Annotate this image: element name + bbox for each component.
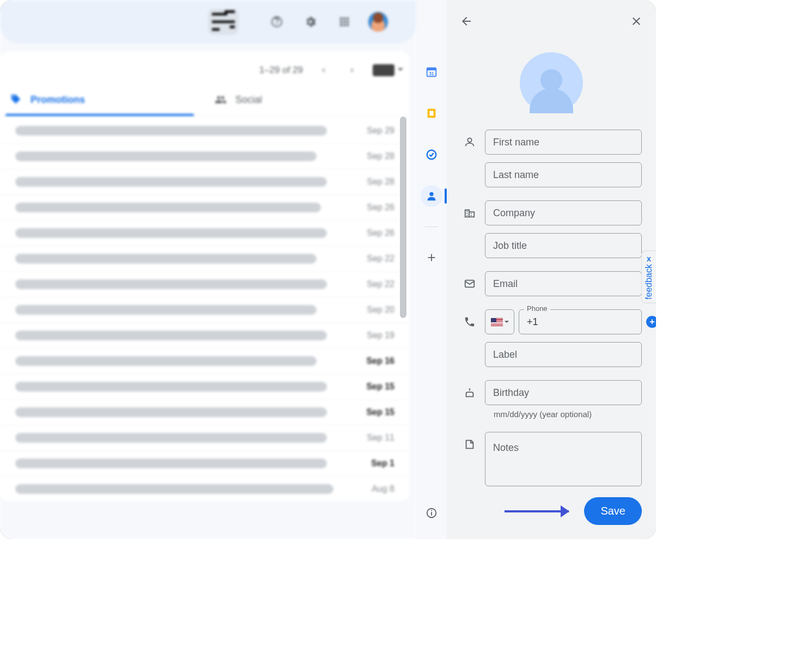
rail-info[interactable] [421, 502, 442, 524]
message-row[interactable]: Sep 15 [0, 400, 410, 425]
inbox-card: 1–29 of 29 Promotions Social Sep 29Sep 2… [0, 51, 410, 502]
rail-keep[interactable] [421, 102, 442, 124]
message-date: Sep 29 [356, 126, 394, 136]
svg-rect-9 [431, 510, 432, 511]
panel-footer: Save [447, 486, 656, 539]
message-date: Sep 15 [355, 407, 394, 417]
save-button[interactable]: Save [584, 497, 642, 525]
apps-button[interactable] [333, 11, 355, 33]
tag-icon [10, 94, 22, 106]
message-date: Sep 28 [356, 151, 394, 161]
message-row[interactable]: Sep 26 [0, 221, 410, 246]
contact-photo-placeholder[interactable] [520, 52, 583, 113]
message-preview-bar [15, 356, 317, 366]
contact-form: Phone + mm/dd/yyyy (year optional) [461, 130, 642, 486]
feedback-button[interactable]: feedback [644, 264, 654, 300]
rail-separator [425, 227, 438, 227]
message-row[interactable]: Aug 8 [0, 476, 410, 502]
scrollbar-thumb[interactable] [400, 117, 406, 318]
message-preview-bar [15, 279, 327, 289]
feedback-close[interactable]: x [647, 254, 651, 263]
help-button[interactable] [266, 11, 288, 33]
rail-tasks[interactable] [421, 144, 442, 166]
phone-label: Phone [524, 304, 550, 313]
settings-button[interactable] [300, 11, 321, 33]
message-date: Sep 26 [356, 203, 394, 212]
message-preview-bar [15, 203, 321, 212]
birthday-field[interactable] [485, 380, 642, 405]
message-preview-bar [15, 331, 327, 340]
message-row[interactable]: Sep 22 [0, 246, 410, 272]
message-date: Sep 1 [360, 459, 394, 468]
inbox-pane: 1–29 of 29 Promotions Social Sep 29Sep 2… [0, 0, 416, 539]
message-preview-bar [15, 484, 333, 494]
side-panel-rail: 31 [416, 0, 447, 539]
pager-text: 1–29 of 29 [259, 65, 303, 76]
add-phone-button[interactable]: + [646, 316, 656, 328]
notes-field[interactable] [485, 432, 642, 486]
message-row[interactable]: Sep 19 [0, 323, 410, 349]
tab-label: Social [235, 94, 262, 106]
contact-panel: Phone + mm/dd/yyyy (year optional) Save [447, 0, 656, 539]
gear-icon [304, 15, 317, 28]
tab-promotions[interactable]: Promotions [0, 84, 205, 115]
people-icon [215, 94, 227, 106]
phone-label-field[interactable] [485, 342, 642, 367]
message-preview-bar [15, 151, 317, 161]
message-row[interactable]: Sep 26 [0, 195, 410, 221]
last-name-field[interactable] [485, 162, 642, 187]
message-row[interactable]: Sep 29 [0, 118, 410, 144]
country-code-select[interactable] [485, 309, 514, 334]
message-row[interactable]: Sep 20 [0, 297, 410, 323]
tab-social[interactable]: Social [205, 84, 410, 115]
birthday-hint: mm/dd/yyyy (year optional) [494, 410, 642, 419]
svg-rect-1 [427, 68, 436, 71]
back-button[interactable] [455, 10, 477, 32]
contacts-icon [426, 190, 438, 202]
first-name-field[interactable] [485, 130, 642, 155]
panel-header [447, 0, 656, 42]
input-mode-dropdown[interactable] [373, 64, 394, 76]
message-row[interactable]: Sep 16 [0, 349, 410, 374]
message-preview-bar [15, 228, 327, 238]
svg-rect-4 [429, 111, 433, 115]
message-row[interactable]: Sep 28 [0, 169, 410, 195]
message-row[interactable]: Sep 1 [0, 451, 410, 476]
company-field[interactable] [485, 200, 642, 225]
phone-field[interactable] [519, 309, 642, 334]
message-date: Sep 28 [356, 177, 394, 187]
job-title-field[interactable] [485, 233, 642, 258]
tutorial-arrow [505, 509, 575, 514]
close-button[interactable] [625, 10, 647, 32]
info-icon [426, 507, 438, 519]
search-filter-button[interactable] [208, 9, 239, 35]
rail-add[interactable] [421, 247, 442, 268]
message-preview-bar [15, 305, 317, 315]
flag-us-icon [491, 318, 503, 326]
message-date: Sep 26 [356, 228, 394, 238]
message-preview-bar [15, 177, 327, 187]
help-icon [270, 15, 283, 28]
tasks-icon [426, 149, 438, 161]
message-preview-bar [15, 433, 327, 443]
message-row[interactable]: Sep 11 [0, 425, 410, 451]
message-row[interactable]: Sep 28 [0, 144, 410, 169]
panel-body: Phone + mm/dd/yyyy (year optional) [447, 42, 656, 486]
pager-prev[interactable] [314, 61, 332, 80]
message-date: Sep 22 [356, 254, 394, 264]
email-field[interactable] [485, 271, 642, 296]
message-date: Aug 8 [361, 484, 394, 494]
svg-rect-8 [431, 512, 432, 515]
email-icon [461, 271, 478, 296]
message-row[interactable]: Sep 22 [0, 272, 410, 297]
message-date: Sep 19 [356, 331, 394, 340]
rail-contacts[interactable] [421, 185, 442, 207]
message-preview-bar [15, 126, 327, 136]
account-avatar[interactable] [367, 11, 389, 33]
app-window: 1–29 of 29 Promotions Social Sep 29Sep 2… [0, 0, 656, 539]
message-row[interactable]: Sep 15 [0, 374, 410, 400]
calendar-icon: 31 [426, 66, 438, 78]
rail-calendar[interactable]: 31 [421, 61, 442, 83]
svg-point-10 [467, 138, 471, 142]
pager-next[interactable] [343, 61, 362, 80]
